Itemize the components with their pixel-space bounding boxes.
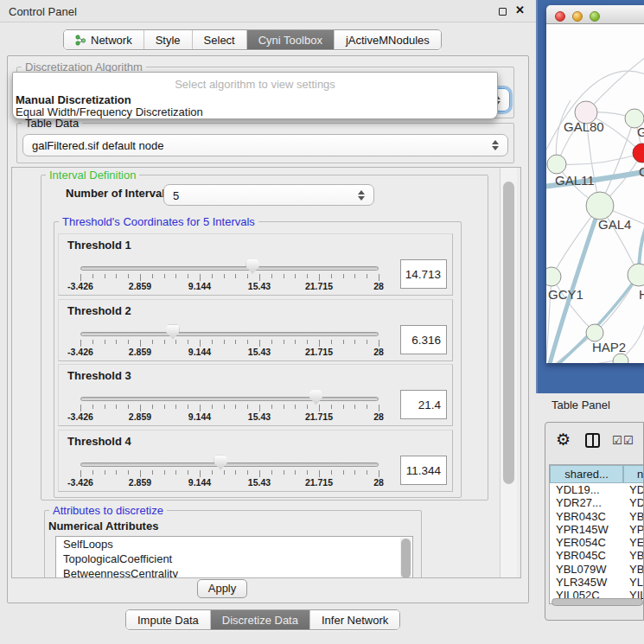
slider-tick bbox=[80, 340, 81, 347]
table-data-select[interactable]: galFiltered.sif default node bbox=[22, 134, 508, 156]
checkbox-icon[interactable]: ☑ bbox=[623, 434, 634, 447]
table-row[interactable]: YBR045CYBR0 bbox=[550, 549, 644, 562]
network-window-titlebar[interactable] bbox=[546, 5, 644, 24]
node-h[interactable] bbox=[628, 264, 644, 286]
close-icon[interactable]: ✕ bbox=[515, 3, 525, 16]
slider-tick bbox=[295, 274, 296, 278]
slider-tick bbox=[331, 340, 332, 344]
slider-tick bbox=[224, 470, 225, 475]
close-traffic-light-icon[interactable] bbox=[555, 11, 565, 22]
tab-style[interactable]: Style bbox=[143, 30, 192, 49]
vertical-scrollbar[interactable] bbox=[500, 168, 517, 577]
tab-label: Discretize Data bbox=[222, 614, 298, 627]
slider-tick bbox=[235, 405, 236, 409]
slider-thumb[interactable] bbox=[166, 325, 179, 340]
node-gal4[interactable] bbox=[586, 192, 614, 220]
table-row[interactable]: YDL19...YDL1 bbox=[550, 483, 644, 496]
zoom-traffic-light-icon[interactable] bbox=[590, 11, 600, 22]
axis-tick-label: 9.144 bbox=[188, 477, 211, 488]
attribute-item[interactable]: TopologicalCoefficient bbox=[56, 552, 412, 566]
slider-tick bbox=[259, 405, 260, 411]
float-window-icon[interactable] bbox=[499, 8, 507, 16]
vertical-scrollbar-thumb[interactable] bbox=[503, 182, 514, 484]
horizontal-scrollbar-thumb[interactable] bbox=[552, 598, 643, 606]
slider-tick bbox=[152, 274, 153, 278]
slider-tick bbox=[188, 470, 188, 475]
slider-thumb[interactable] bbox=[214, 456, 227, 470]
slider-tick bbox=[343, 470, 344, 475]
slider-tick bbox=[247, 340, 248, 344]
slider-track[interactable] bbox=[80, 397, 379, 401]
slider-tick bbox=[116, 274, 117, 278]
slider-tick bbox=[319, 405, 320, 411]
threshold-value-field[interactable]: 11.344 bbox=[400, 456, 447, 485]
node-attribute-table: shared... n YDL19...YDL1YDR27...YDR2YBR0… bbox=[549, 464, 644, 604]
table-row[interactable]: YER054CYER0 bbox=[550, 536, 644, 549]
apply-button[interactable]: Apply bbox=[197, 579, 247, 598]
axis-tick-label: 9.144 bbox=[188, 281, 211, 291]
threshold-box: Threshold 2-3.4262.8599.14415.4321.71528… bbox=[58, 299, 453, 361]
mode-tab-bar: Impute Data Discretize Data Infer Networ… bbox=[125, 609, 400, 630]
network-canvas[interactable]: GAL80 GA C GAL11 GAL4 GCY1 H HAP2 bbox=[546, 24, 644, 363]
list-scrollbar[interactable] bbox=[400, 538, 411, 578]
slider-track[interactable] bbox=[80, 332, 379, 336]
table-row[interactable]: YLR345WYLR3 bbox=[550, 576, 644, 589]
cell-shared-name: YDL19... bbox=[556, 483, 600, 496]
column-header-shared-name[interactable]: shared... bbox=[550, 465, 623, 483]
tab-jactivemnodules[interactable]: jActiveMNodules bbox=[334, 30, 441, 49]
list-scrollbar-thumb[interactable] bbox=[401, 539, 411, 578]
cell-shared-name: YLR345W bbox=[556, 576, 607, 589]
slider-tick bbox=[128, 470, 129, 475]
table-panel-title: Table Panel bbox=[552, 399, 610, 411]
threshold-value-field[interactable]: 14.713 bbox=[400, 259, 447, 289]
slider-tick bbox=[105, 470, 105, 475]
tab-label: Impute Data bbox=[137, 614, 199, 627]
slider-tick bbox=[295, 405, 296, 409]
algorithm-option-equal-width[interactable]: Equal Width/Frequency Discretization bbox=[16, 105, 203, 118]
slider-tick bbox=[164, 274, 165, 278]
column-header-name[interactable]: n bbox=[623, 465, 644, 483]
axis-tick-label: -3.426 bbox=[67, 411, 93, 422]
table-row[interactable]: YBR043CYBR0 bbox=[550, 510, 644, 523]
node-gcy1[interactable] bbox=[546, 267, 561, 286]
tab-discretize-data[interactable]: Discretize Data bbox=[210, 610, 309, 629]
slider-thumb[interactable] bbox=[246, 259, 259, 274]
split-columns-icon[interactable] bbox=[585, 433, 600, 448]
checkbox-icon[interactable]: ☑ bbox=[612, 434, 622, 447]
numerical-attributes-list[interactable]: SelfLoopsTopologicalCoefficientBetweenne… bbox=[55, 536, 413, 578]
slider-tick bbox=[331, 274, 332, 278]
slider-tick bbox=[343, 340, 344, 344]
slider-tick bbox=[235, 340, 236, 344]
tab-infer-network[interactable]: Infer Network bbox=[309, 610, 399, 629]
slider-tick bbox=[379, 405, 379, 411]
algorithm-option-manual[interactable]: Manual Discretization bbox=[16, 93, 131, 106]
attribute-item[interactable]: SelfLoops bbox=[56, 537, 412, 552]
node-hap2[interactable] bbox=[586, 324, 603, 341]
tab-impute-data[interactable]: Impute Data bbox=[126, 610, 210, 629]
table-row[interactable]: YDR27...YDR2 bbox=[550, 496, 644, 509]
gear-icon[interactable]: ⚙ bbox=[556, 430, 571, 450]
tab-cyni-toolbox[interactable]: Cyni Toolbox bbox=[246, 30, 334, 49]
number-of-intervals-select[interactable]: 5 bbox=[163, 184, 374, 206]
minimize-traffic-light-icon[interactable] bbox=[572, 11, 583, 22]
slider-track[interactable] bbox=[80, 266, 379, 271]
axis-tick-label: 2.859 bbox=[129, 411, 151, 422]
table-row[interactable]: YPR145WYPR1 bbox=[550, 523, 644, 536]
right-side: GAL80 GA C GAL11 GAL4 GCY1 H HAP2 Table … bbox=[536, 0, 644, 644]
node-gal11[interactable] bbox=[547, 155, 566, 174]
tab-select[interactable]: Select bbox=[192, 30, 246, 49]
threshold-box: Threshold 4-3.4262.8599.14415.4321.71528… bbox=[58, 430, 453, 492]
threshold-label: Threshold 2 bbox=[67, 304, 131, 317]
slider-thumb[interactable] bbox=[309, 390, 322, 405]
slider-tick bbox=[105, 340, 105, 344]
slider-track[interactable] bbox=[80, 462, 379, 467]
tab-network[interactable]: Network bbox=[64, 30, 143, 49]
axis-tick-label: 21.715 bbox=[305, 411, 333, 422]
attribute-item[interactable]: BetweennessCentrality bbox=[56, 566, 412, 578]
node-label-gcy1: GCY1 bbox=[548, 287, 583, 302]
table-row[interactable]: YBL079WYBL0 bbox=[550, 563, 644, 576]
threshold-value-field[interactable]: 21.4 bbox=[400, 390, 447, 419]
threshold-value-field[interactable]: 6.316 bbox=[400, 325, 447, 354]
threshold-value: 11.344 bbox=[406, 463, 441, 476]
slider-tick bbox=[175, 470, 176, 475]
